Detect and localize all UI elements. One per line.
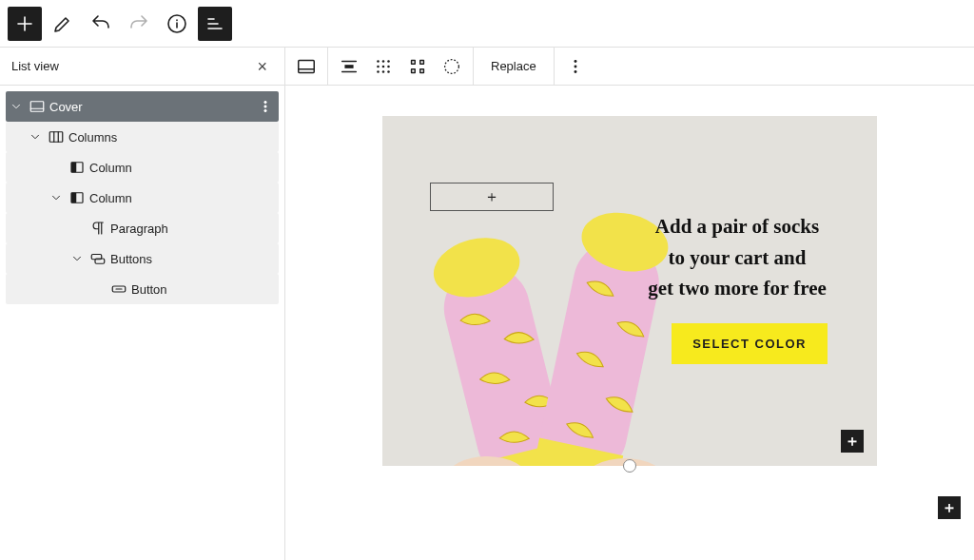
svg-point-26 (574, 65, 576, 68)
replace-button[interactable]: Replace (477, 59, 550, 73)
tree-item-label: Columns (67, 130, 117, 145)
list-view-title: List view (11, 59, 59, 73)
svg-point-4 (264, 109, 266, 111)
editor-toolbar (0, 0, 974, 48)
svg-rect-5 (49, 132, 63, 143)
cover-icon (27, 98, 48, 115)
cover-text-line: get two more for free (628, 273, 847, 304)
list-view-toggle[interactable] (198, 7, 232, 41)
svg-point-18 (377, 65, 380, 68)
cover-block-icon[interactable] (289, 49, 323, 84)
svg-point-22 (382, 70, 385, 73)
plus-icon: ＋ (484, 187, 499, 207)
svg-rect-7 (71, 163, 76, 173)
svg-point-24 (445, 59, 459, 73)
cover-paragraph[interactable]: Add a pair of socks to your cart and get… (628, 211, 847, 304)
list-view-panel: List view × Cover (0, 48, 285, 560)
tree-item-paragraph[interactable]: Paragraph (6, 213, 279, 243)
undo-button[interactable] (84, 7, 118, 41)
button-icon (108, 280, 129, 298)
tree-item-columns[interactable]: Columns (6, 122, 279, 152)
svg-point-27 (574, 70, 576, 73)
editor-canvas[interactable]: ＋ Add a pair of socks to your cart and g… (285, 86, 974, 560)
close-icon[interactable]: × (251, 54, 273, 79)
tree-item-label: Cover (48, 100, 83, 114)
chevron-down-icon[interactable] (25, 130, 46, 144)
svg-rect-9 (71, 193, 76, 203)
tree-item-label: Paragraph (108, 222, 168, 236)
info-button[interactable] (160, 7, 194, 41)
tree-item-label: Button (129, 282, 167, 297)
block-toolbar: Replace (285, 48, 974, 86)
svg-point-23 (387, 70, 390, 73)
duotone-button[interactable] (435, 49, 469, 84)
paragraph-icon (88, 220, 108, 237)
block-tree: Cover Columns Col (0, 86, 284, 304)
align-button[interactable] (332, 49, 366, 84)
content-position-button[interactable] (366, 49, 400, 84)
cover-block[interactable]: ＋ Add a pair of socks to your cart and g… (382, 116, 877, 466)
chevron-down-icon[interactable] (6, 100, 27, 113)
svg-point-25 (574, 60, 576, 63)
cover-text-line: Add a pair of socks (628, 211, 847, 242)
columns-icon (46, 128, 67, 145)
tree-item-column[interactable]: Column (6, 152, 279, 183)
add-block-after-button[interactable]: ＋ (938, 496, 961, 519)
column-icon (67, 159, 88, 176)
add-block-inside-button[interactable]: ＋ (841, 430, 864, 453)
column-icon (67, 189, 88, 206)
block-inserter-button[interactable] (8, 7, 42, 41)
empty-column-appender[interactable]: ＋ (430, 183, 554, 211)
buttons-icon (88, 250, 108, 267)
tree-item-label: Buttons (108, 252, 152, 266)
tree-item-button[interactable]: Button (6, 274, 279, 304)
cover-text-line: to your cart and (628, 242, 847, 274)
list-view-header: List view × (0, 48, 284, 86)
svg-point-19 (382, 65, 385, 68)
chevron-down-icon[interactable] (67, 252, 88, 265)
chevron-down-icon[interactable] (46, 191, 67, 204)
editor-canvas-wrap: Replace (285, 48, 974, 560)
svg-point-17 (387, 60, 390, 63)
tree-item-buttons[interactable]: Buttons (6, 243, 279, 274)
svg-point-20 (387, 65, 390, 68)
svg-point-3 (264, 106, 266, 107)
tree-item-cover[interactable]: Cover (6, 91, 279, 122)
svg-point-2 (264, 101, 266, 103)
cover-column-left[interactable]: ＋ (382, 116, 630, 466)
more-options-button[interactable] (558, 49, 593, 84)
tree-item-column[interactable]: Column (6, 183, 279, 213)
resize-handle[interactable] (623, 459, 636, 473)
tree-item-label: Column (88, 161, 132, 175)
tree-item-label: Column (88, 191, 132, 205)
redo-button[interactable] (122, 7, 156, 41)
svg-rect-14 (344, 65, 353, 68)
svg-rect-13 (299, 60, 315, 72)
svg-point-21 (377, 70, 380, 73)
svg-rect-1 (30, 102, 44, 112)
edit-mode-button[interactable] (46, 7, 80, 41)
fullheight-button[interactable] (400, 49, 435, 84)
more-icon[interactable] (252, 98, 279, 115)
svg-point-16 (382, 60, 385, 63)
svg-point-15 (377, 60, 380, 63)
cta-button[interactable]: SELECT COLOR (672, 323, 828, 364)
